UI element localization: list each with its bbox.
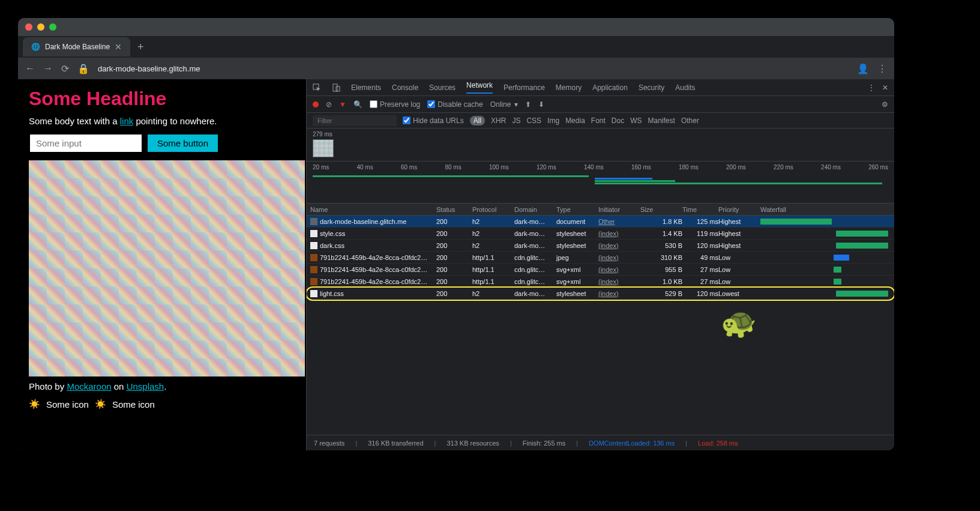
column-header[interactable]: Status [436, 206, 472, 213]
page-headline: Some Headline [29, 88, 295, 110]
search-icon[interactable]: 🔍 [353, 100, 362, 109]
close-tab-button[interactable]: ✕ [115, 42, 122, 52]
profile-icon[interactable]: 👤 [857, 63, 869, 74]
address-bar: ← → ⟳ 🔒 dark-mode-baseline.glitch.me 👤 ⋮ [18, 58, 894, 79]
filter-type-font[interactable]: Font [591, 116, 606, 125]
svg-rect-2 [336, 86, 340, 91]
filter-input[interactable] [313, 115, 397, 126]
browser-tab[interactable]: 🌐 Dark Mode Baseline ✕ [23, 37, 130, 56]
device-icon[interactable] [332, 83, 340, 92]
filter-type-manifest[interactable]: Manifest [648, 116, 675, 125]
credit-site-link[interactable]: Unsplash [127, 381, 164, 392]
settings-icon[interactable]: ⚙ [882, 100, 888, 109]
tick-label: 140 ms [584, 164, 604, 171]
filter-bar: Hide data URLs AllXHRJSCSSImgMediaFontDo… [307, 113, 894, 129]
tab-strip: 🌐 Dark Mode Baseline ✕ + [18, 36, 894, 58]
devtools-close-button[interactable]: ✕ [882, 83, 888, 92]
network-row[interactable]: 791b2241-459b-4a2e-8cca-c0fdc2…200http/1… [307, 264, 894, 276]
sun-icon: ☀️ [29, 399, 40, 410]
column-header[interactable]: Name [310, 206, 436, 213]
devtools-tab-console[interactable]: Console [392, 83, 418, 92]
column-header[interactable]: Waterfall [760, 206, 891, 213]
column-header[interactable]: Priority [718, 206, 760, 213]
devtools-tab-performance[interactable]: Performance [504, 83, 545, 92]
devtools-tab-elements[interactable]: Elements [351, 83, 381, 92]
overview-duration: 279 ms [313, 131, 332, 138]
devtools-tab-security[interactable]: Security [639, 83, 664, 92]
titlebar [18, 18, 894, 36]
tick-label: 80 ms [445, 164, 461, 171]
back-button[interactable]: ← [25, 63, 35, 74]
filter-type-all[interactable]: All [470, 116, 485, 125]
minimize-window-button[interactable] [37, 23, 44, 31]
inspect-icon[interactable] [313, 83, 321, 92]
network-row[interactable]: 791b2241-459b-4a2e-8cca-c0fdc2…200http/1… [307, 276, 894, 288]
network-row[interactable]: light.css200h2dark-mo…stylesheet(index)5… [307, 288, 894, 300]
devtools-tab-audits[interactable]: Audits [675, 83, 695, 92]
status-finish: Finish: 255 ms [523, 440, 566, 447]
upload-icon[interactable]: ⬆ [525, 100, 531, 109]
new-tab-button[interactable]: + [137, 41, 144, 53]
filter-type-other[interactable]: Other [681, 116, 699, 125]
sun-icon: ☀️ [95, 399, 106, 410]
record-button[interactable] [313, 101, 319, 107]
menu-button[interactable]: ⋮ [877, 63, 887, 74]
devtools-more-button[interactable]: ⋮ [868, 83, 875, 92]
devtools-tab-network[interactable]: Network [466, 81, 493, 94]
column-header[interactable]: Size [640, 206, 682, 213]
filter-type-ws[interactable]: WS [630, 116, 642, 125]
devtools-tab-memory[interactable]: Memory [556, 83, 582, 92]
column-header[interactable]: Initiator [598, 206, 640, 213]
download-icon[interactable]: ⬇ [538, 100, 544, 109]
rendered-page: Some Headline Some body text with a link… [18, 79, 306, 450]
reload-button[interactable]: ⟳ [61, 63, 69, 74]
devtools-tabs: ElementsConsoleSourcesNetworkPerformance… [307, 79, 894, 96]
network-row[interactable]: 791b2241-459b-4a2e-8cca-c0fdc2…200http/1… [307, 252, 894, 264]
demo-button[interactable]: Some button [146, 133, 219, 153]
network-row[interactable]: dark.css200h2dark-mo…stylesheet(index)53… [307, 240, 894, 252]
forward-button[interactable]: → [43, 63, 53, 74]
url-text[interactable]: dark-mode-baseline.glitch.me [98, 64, 849, 73]
screenshot-thumb [313, 139, 334, 157]
disable-cache-checkbox[interactable]: Disable cache [427, 100, 482, 109]
devtools-tab-application[interactable]: Application [592, 83, 628, 92]
devtools-panel: ElementsConsoleSourcesNetworkPerformance… [306, 79, 894, 450]
demo-input[interactable] [29, 133, 143, 153]
tick-label: 260 ms [868, 164, 888, 171]
filter-type-img[interactable]: Img [547, 116, 559, 125]
table-header[interactable]: NameStatusProtocolDomainTypeInitiatorSiz… [307, 204, 894, 216]
tick-label: 240 ms [821, 164, 841, 171]
icon-label-2: Some icon [112, 399, 155, 410]
filter-toggle-icon[interactable]: ▼ [339, 100, 346, 109]
overview-pane[interactable]: 279 ms [307, 129, 894, 162]
filter-type-js[interactable]: JS [512, 116, 520, 125]
tick-label: 40 ms [356, 164, 373, 171]
column-header[interactable]: Type [556, 206, 598, 213]
throttling-select[interactable]: Online ▾ [490, 100, 519, 109]
filter-type-xhr[interactable]: XHR [491, 116, 506, 125]
column-header[interactable]: Protocol [472, 206, 514, 213]
network-table: NameStatusProtocolDomainTypeInitiatorSiz… [307, 204, 894, 435]
network-row[interactable]: style.css200h2dark-mo…stylesheet(index)1… [307, 228, 894, 240]
lock-icon: 🔒 [77, 63, 89, 74]
filter-type-doc[interactable]: Doc [612, 116, 624, 125]
tick-label: 180 ms [679, 164, 699, 171]
timeline-ruler[interactable]: 20 ms40 ms60 ms80 ms100 ms120 ms140 ms16… [307, 162, 894, 204]
column-header[interactable]: Domain [514, 206, 556, 213]
status-requests: 7 requests [314, 440, 344, 447]
close-window-button[interactable] [25, 23, 32, 31]
hide-data-urls-checkbox[interactable]: Hide data URLs [403, 116, 464, 125]
filter-type-css[interactable]: CSS [526, 116, 541, 125]
body-link[interactable]: link [120, 116, 134, 126]
network-row[interactable]: dark-mode-baseline.glitch.me200h2dark-mo… [307, 216, 894, 228]
maximize-window-button[interactable] [49, 23, 56, 31]
devtools-tab-sources[interactable]: Sources [429, 83, 455, 92]
page-body: Some body text with a link pointing to n… [29, 116, 295, 126]
filter-type-media[interactable]: Media [565, 116, 585, 125]
status-resources: 313 KB resources [446, 440, 499, 447]
clear-button[interactable]: ⊘ [326, 100, 332, 109]
globe-icon: 🌐 [31, 43, 40, 51]
credit-author-link[interactable]: Mockaroon [67, 381, 111, 392]
preserve-log-checkbox[interactable]: Preserve log [370, 100, 420, 109]
column-header[interactable]: Time [682, 206, 718, 213]
